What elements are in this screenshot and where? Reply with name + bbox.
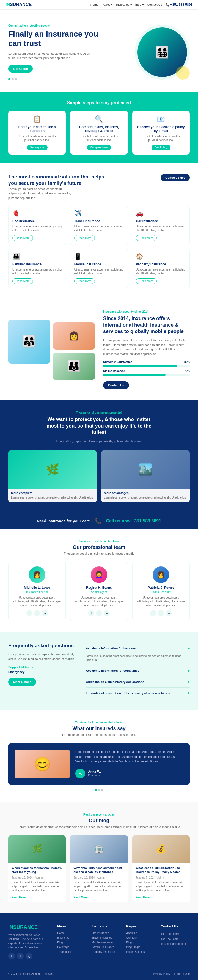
step-card-3: 📧 Receive your electronic policy by e-ma…: [132, 111, 190, 154]
step-name-3: Receive your electronic policy by e-mail: [137, 125, 185, 133]
faq-toggle-2[interactable]: +: [188, 668, 190, 673]
life-insurance-btn[interactable]: Read More: [12, 235, 33, 241]
faq-answer-1: Lorem ipsum dolor sit amet consectetur a…: [86, 654, 190, 665]
call-phone-number[interactable]: Call us now +351 588 5891: [106, 519, 161, 523]
hero-dots: [8, 78, 99, 80]
hero-cta-button[interactable]: Get Quote: [8, 65, 33, 73]
nav-blog[interactable]: Blog ▾: [135, 3, 144, 6]
footer-insurance-property[interactable]: Property Insurance: [92, 950, 121, 953]
social-linkedin-icon-3[interactable]: in: [166, 610, 172, 616]
faq-toggle-3[interactable]: +: [188, 680, 190, 684]
team-socials-patricia: f t in: [137, 610, 185, 616]
step-icon-2: 🔍: [75, 115, 123, 123]
faq-question-1[interactable]: Accidents information for insurees −: [86, 643, 190, 654]
footer-menu-blog[interactable]: Blog: [57, 941, 86, 944]
protect-description: Ut elit tellus, turpis nec ullamcorper m…: [44, 439, 154, 444]
footer-privacy-link[interactable]: Privacy Policy: [153, 972, 170, 975]
familiar-insurance-icon: 👪: [12, 253, 62, 260]
step-btn-2[interactable]: Compare Now: [87, 145, 111, 150]
faq-link-emergency[interactable]: Emergency: [8, 670, 78, 674]
hero-dot-2[interactable]: [11, 78, 14, 80]
faq-toggle-4[interactable]: +: [188, 691, 190, 695]
social-linkedin-icon-2[interactable]: in: [104, 610, 110, 616]
footer-pages-blog[interactable]: Blog: [126, 941, 155, 944]
hero-section: Committed to protecting people Finally a…: [0, 10, 198, 92]
footer-menu-coverage[interactable]: Coverage: [57, 946, 86, 949]
faq-more-button[interactable]: More Details: [8, 678, 36, 686]
footer-social-facebook[interactable]: f: [8, 953, 15, 959]
team-card-patricia: 👩 Patricia J. Peters Claims Specialist U…: [132, 562, 190, 621]
footer-pages-team[interactable]: Our Team: [126, 936, 155, 939]
footer-pages-blog-single[interactable]: Blog Single: [126, 946, 155, 949]
footer-insurance-mobile[interactable]: Mobile Insurance: [92, 941, 121, 944]
social-linkedin-icon[interactable]: in: [42, 610, 48, 616]
footer-contact-info: +351 588 5891 +351 382 880 info@inxuranc…: [161, 932, 190, 947]
footer-menu-testimonials[interactable]: Testimonials: [57, 950, 86, 953]
blog-title: Our blog: [8, 818, 190, 824]
footer-insurance-life[interactable]: Life Insurance: [92, 932, 121, 935]
team-avatar-patricia: 👩: [153, 566, 169, 583]
blog-link-1[interactable]: Read More: [11, 896, 26, 899]
solution-description: Lorem ipsum dolor sit amet, consectetur …: [8, 187, 74, 200]
step-btn-1[interactable]: Get a quote: [27, 145, 48, 150]
protect-badge: Thousands of customers protected: [8, 411, 190, 414]
footer-contact-column: Contact Us +351 588 5891 +351 382 880 in…: [161, 924, 190, 959]
footer-copyright: © 2024 Inxurance. All rights reserved.: [8, 972, 54, 975]
blog-link-2[interactable]: Read More: [73, 896, 88, 899]
faq-toggle-1[interactable]: −: [188, 646, 190, 651]
testimonial-dot-3[interactable]: [101, 789, 104, 791]
nav-insurance[interactable]: Insurance ▾: [116, 3, 132, 6]
testimonial-dot-1[interactable]: [94, 789, 97, 791]
blog-link-3[interactable]: Read More: [136, 896, 150, 899]
progress-bar-satisfaction: [103, 364, 190, 367]
footer-menu-insurance[interactable]: Insurance: [57, 936, 86, 939]
footer-phone-1[interactable]: +351 588 5891: [161, 932, 190, 937]
testimonial-avatar: A: [75, 768, 85, 778]
progress-label-satisfaction: Customer Satisfaction 85%: [103, 361, 190, 364]
footer-terms-link[interactable]: Terms of Use: [174, 972, 190, 975]
team-name-michelle: Michelle L. Lowe: [13, 586, 61, 590]
mobile-insurance-desc: Ut accumsan eros accumsan, adipiscing el…: [74, 268, 124, 275]
footer-social-twitter[interactable]: t: [17, 953, 24, 959]
faq-question-3[interactable]: Guideline on claims-history declarations…: [86, 676, 190, 687]
blog-grid: 🌿 When it comes to financial literacy, s…: [8, 835, 190, 902]
familiar-insurance-btn[interactable]: Read More: [12, 278, 33, 284]
footer-social-instagram[interactable]: ig: [26, 953, 32, 959]
solution-cta-button[interactable]: Contact Sales: [161, 174, 190, 181]
travel-insurance-btn[interactable]: Read More: [74, 235, 95, 241]
nav-links: Home Pages ▾ Insurance ▾ Blog ▾ Contact …: [91, 3, 193, 6]
property-insurance-btn[interactable]: Read More: [136, 278, 156, 284]
footer-pages-about[interactable]: About Us: [126, 932, 155, 935]
footer-insurance-travel[interactable]: Travel Insurance: [92, 936, 121, 939]
faq-link-support[interactable]: Support 24 hours: [8, 665, 78, 669]
social-twitter-icon-3[interactable]: t: [158, 610, 164, 616]
hero-dot-1[interactable]: [8, 78, 10, 80]
car-insurance-btn[interactable]: Read More: [136, 235, 156, 241]
social-facebook-icon-3[interactable]: f: [150, 610, 156, 616]
faq-question-4[interactable]: International convention of the recovery…: [86, 688, 190, 699]
mobile-insurance-btn[interactable]: Read More: [74, 278, 95, 284]
about-image-column-1: 👨‍👩‍👧: [8, 320, 50, 380]
social-twitter-icon[interactable]: t: [34, 610, 40, 616]
footer-phone-2[interactable]: +351 382 880: [161, 937, 190, 942]
social-twitter-icon-2[interactable]: t: [96, 610, 102, 616]
social-facebook-icon[interactable]: f: [26, 610, 32, 616]
faq-question-2[interactable]: Accidents information for companies +: [86, 665, 190, 676]
blog-content-3: What Does a Million-Dollar Life Insuranc…: [132, 862, 190, 902]
footer-pages-settings[interactable]: Pages Settings: [126, 950, 155, 953]
about-contact-button[interactable]: Contact Us: [103, 382, 129, 389]
protect-card-advantages: 🏙️ More advantages Lorem ipsum dolor sit…: [101, 450, 190, 503]
testimonial-dot-2[interactable]: [98, 789, 100, 791]
about-team-image: 👨‍👩‍👦: [53, 353, 95, 380]
nav-pages[interactable]: Pages ▾: [102, 3, 113, 6]
footer-menu-home[interactable]: Home: [57, 932, 86, 935]
footer-insurance-familiar[interactable]: Familiar Insurance: [92, 946, 121, 949]
footer-email[interactable]: info@inxurance.com: [161, 942, 190, 947]
hero-dot-3[interactable]: [15, 78, 17, 80]
social-facebook-icon-2[interactable]: f: [88, 610, 94, 616]
property-insurance-name: Property Insurance: [136, 262, 186, 266]
step-btn-3[interactable]: Get Policy: [152, 145, 171, 150]
nav-home[interactable]: Home: [91, 3, 99, 6]
nav-contact[interactable]: Contact Us: [147, 3, 162, 6]
step-card-1: 📋 Enter your data to see a quotation Ut …: [8, 111, 66, 154]
